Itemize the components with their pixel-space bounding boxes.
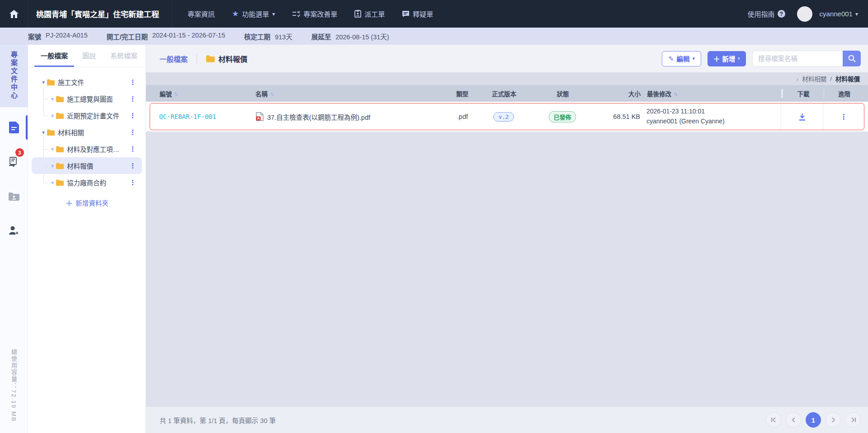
file-type: .pdf [429, 113, 474, 120]
rail-user-settings-button[interactable] [0, 220, 28, 241]
more-options-icon[interactable]: ⋮ [123, 162, 142, 170]
info-extension: 展延至2026-08-15 (31天) [311, 32, 389, 41]
folder-icon [56, 96, 64, 102]
sort-icon[interactable]: ↑↓ [674, 91, 677, 96]
last-page-button[interactable] [845, 412, 861, 428]
tree-caret-icon[interactable]: ▾ [49, 113, 56, 119]
breadcrumb-parent[interactable]: 材料相關 [802, 74, 826, 83]
more-options-icon[interactable]: ⋮ [123, 128, 142, 136]
search-icon [848, 55, 856, 62]
tree-caret-icon[interactable]: ▾ [40, 79, 47, 85]
user-menu[interactable]: cyanne001 ▾ [820, 10, 858, 18]
status-cell: 已發佈 [533, 111, 592, 122]
file-name-cell[interactable]: 37.自主檢查表(以鋼筋工程為例).pdf [250, 112, 429, 122]
nav-item-improvement-form[interactable]: 專案改善單 [292, 9, 337, 19]
table-body: QC-REBAR-1F-001 37.自主檢查表(以鋼筋工程為例).pdf .p… [146, 102, 868, 132]
first-page-icon [771, 417, 777, 423]
add-folder-button[interactable]: ＋ 新增資料夾 [65, 197, 108, 208]
home-button[interactable] [0, 0, 28, 28]
column-header-download: 下載 [781, 89, 824, 98]
chevron-right-icon [831, 417, 835, 423]
tree-caret-icon[interactable]: ▾ [49, 96, 56, 102]
plus-icon: ＋ [65, 197, 73, 208]
tree-item-materials[interactable]: ▾ 材料相關 ⋮ [32, 124, 142, 141]
tree-caret-icon[interactable]: ▾ [49, 179, 56, 186]
nav-item-project-info[interactable]: 專案資訊 [188, 9, 215, 19]
pencil-icon: ✎ [668, 55, 674, 62]
tree-caret-icon[interactable]: ▾ [49, 163, 56, 169]
rail-vendor-folder-button[interactable] [0, 186, 28, 207]
page-1-button[interactable]: 1 [806, 412, 821, 428]
table-footer: 共 1 筆資料，第 1/1 頁，每頁顯示 30 筆 1 [146, 407, 868, 433]
nav-item-function-menu[interactable]: ★ 功能選單 ▾ [232, 9, 275, 19]
more-options-icon[interactable]: ⋮ [123, 145, 142, 153]
info-dates: 開工/完工日期2024-01-15 - 2026-07-15 [107, 32, 225, 41]
more-options-icon[interactable]: ⋮ [123, 112, 142, 120]
first-page-button[interactable] [766, 412, 781, 428]
status-badge: 已發佈 [549, 111, 576, 122]
project-info-bar: 案號PJ-2024-A015 開工/完工日期2024-01-15 - 2026-… [0, 28, 868, 45]
modified-time: 2026-01-23 11:10:01 [646, 107, 781, 117]
folder-icon [56, 179, 64, 186]
nav-item-clarification-form[interactable]: 釋疑單 [402, 9, 433, 19]
last-page-icon [850, 417, 856, 423]
tree-item-material-overview[interactable]: ▾ 材料及對應工項總覽 ⋮ [32, 141, 142, 157]
storage-usage: 總使用容量：72.19 MB [9, 349, 18, 424]
rail-documents-button[interactable] [0, 117, 28, 138]
more-options-icon[interactable]: ⋮ [123, 95, 142, 103]
file-name: 37.自主檢查表(以鋼筋工程為例).pdf [267, 112, 370, 122]
more-options-icon[interactable]: ⋮ [123, 179, 142, 187]
prev-page-button[interactable] [786, 412, 801, 428]
breadcrumb-current: 材料報價 [835, 74, 860, 83]
folder-icon [56, 113, 64, 119]
tree-item-subcontractor-contracts[interactable]: ▾ 協力廠商合約 ⋮ [32, 174, 142, 191]
tree-item-upcoming-plans[interactable]: ▾ 近期預定計畫文件 ⋮ [32, 107, 142, 124]
column-header-id[interactable]: 編號 ↑↓ [150, 89, 250, 98]
tab-general-files[interactable]: 一般檔案 [34, 51, 74, 67]
nav-item-dispatch-form[interactable]: 派工單 [354, 9, 385, 19]
table-row[interactable]: QC-REBAR-1F-001 37.自主檢查表(以鋼筋工程為例).pdf .p… [150, 103, 864, 130]
info-case-number: 案號PJ-2024-A015 [28, 32, 88, 41]
tree-caret-icon[interactable]: ▾ [49, 146, 56, 152]
general-files-link[interactable]: 一般檔案 [160, 54, 188, 64]
user-gear-icon [9, 226, 19, 235]
sort-icon[interactable]: ↑↓ [270, 91, 273, 96]
header-actions: ✎ 編輯 ▾ ＋ 新增 ▾ [662, 51, 861, 66]
submit-document-icon [9, 157, 19, 167]
chevron-left-icon [792, 417, 796, 423]
row-more-button[interactable]: ⋮ [823, 104, 864, 130]
project-title: 桃園青埔「賓喵之星」住宅新建工程 [28, 0, 172, 28]
more-options-icon[interactable]: ⋮ [123, 78, 142, 86]
next-page-button[interactable] [826, 412, 841, 428]
app-window: 桃園青埔「賓喵之星」住宅新建工程 專案資訊 ★ 功能選單 ▾ 專案改善單 派工單 [0, 0, 868, 433]
navbar-right: 使用指南 ? cyanne001 ▾ [748, 6, 868, 22]
tree-caret-icon[interactable]: ▾ [40, 129, 47, 136]
avatar[interactable] [797, 6, 812, 22]
column-header-size: 大小 [592, 89, 644, 98]
file-id-link[interactable]: QC-REBAR-1F-001 [150, 113, 250, 120]
folder-icon [56, 163, 64, 169]
sort-icon[interactable]: ↑↓ [174, 91, 177, 96]
tree-item-material-quotes[interactable]: ▾ 材料報價 ⋮ [32, 157, 142, 174]
tree-item-construction-docs[interactable]: ▾ 施工文件 ⋮ [32, 74, 142, 90]
sidebar-tabs: 一般檔案 圖說 系統檔案 [28, 45, 146, 67]
info-duration: 核定工期913天 [244, 32, 292, 41]
content-header: 一般檔案 材料報價 ✎ 編輯 ▾ ＋ 新增 ▾ [146, 45, 868, 72]
chevron-down-icon: ▾ [272, 11, 275, 17]
tab-drawings[interactable]: 圖說 [76, 51, 102, 67]
edit-button[interactable]: ✎ 編輯 ▾ [662, 51, 701, 66]
search-button[interactable] [843, 51, 861, 66]
download-button[interactable] [781, 104, 823, 130]
column-header-name[interactable]: 名稱 ↑↓ [250, 89, 429, 98]
column-header-modified[interactable]: 最後修改 ↑↓ [644, 89, 781, 98]
tree-item-construction-overview[interactable]: ▾ 施工總覽與圖面 ⋮ [32, 90, 142, 107]
rail-submittals-button[interactable]: 3 [0, 151, 28, 172]
user-guide-link[interactable]: 使用指南 ? [748, 9, 785, 19]
chevron-down-icon: ▾ [737, 56, 740, 61]
modified-by: cyanne001 (Green Cyanne) [646, 117, 781, 127]
add-button[interactable]: ＋ 新增 ▾ [708, 51, 746, 66]
search-input[interactable] [752, 51, 843, 66]
chevron-down-icon: ▾ [855, 11, 858, 17]
tab-system-files[interactable]: 系統檔案 [104, 51, 144, 67]
folder-icon [47, 79, 55, 85]
